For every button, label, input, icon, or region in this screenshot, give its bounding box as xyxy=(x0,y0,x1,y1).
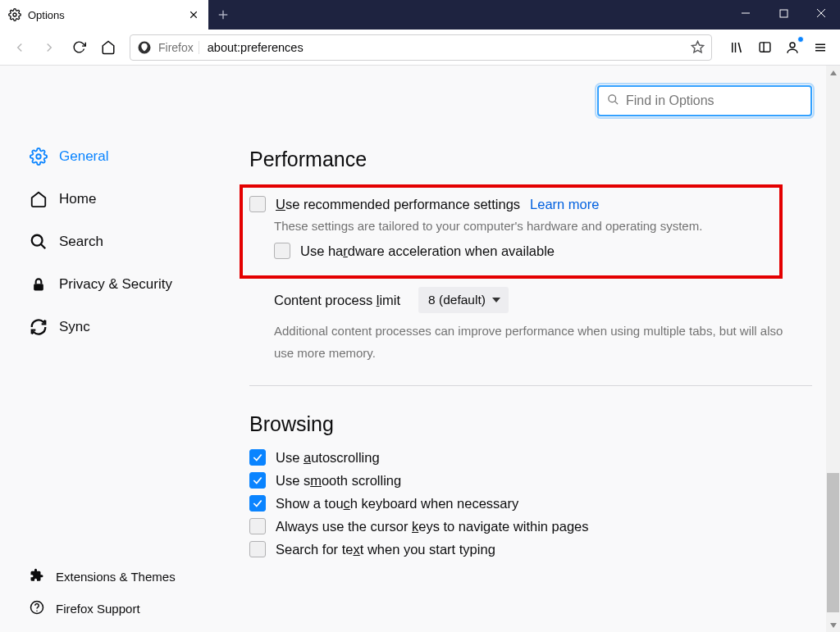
maximize-button[interactable] xyxy=(765,0,802,26)
library-button[interactable] xyxy=(724,34,750,61)
category-sidebar: General Home Search Privacy & Security S… xyxy=(0,66,213,632)
scrollbar-thumb[interactable] xyxy=(827,473,839,612)
checkbox-recommended-perf[interactable] xyxy=(249,196,266,212)
sidebar-item-label: Home xyxy=(59,191,96,207)
svg-line-12 xyxy=(738,43,741,52)
back-button[interactable] xyxy=(7,34,33,61)
checkbox-smooth-scroll[interactable] xyxy=(249,472,266,489)
search-icon xyxy=(607,93,619,109)
learn-more-link[interactable]: Learn more xyxy=(530,197,599,212)
svg-point-15 xyxy=(790,43,795,48)
footer-link-label: Firefox Support xyxy=(56,602,140,616)
sidebar-item-label: Privacy & Security xyxy=(59,276,172,293)
svg-line-26 xyxy=(614,101,618,104)
menu-button[interactable] xyxy=(807,34,833,61)
forward-button[interactable] xyxy=(36,34,62,61)
autoscrolling-label: Use autoscrollingUse autoscrolling xyxy=(276,450,380,466)
sidebar-item-label: Sync xyxy=(59,319,90,335)
svg-rect-6 xyxy=(780,10,788,17)
search-text-label: Search for text when you start typingSea… xyxy=(276,542,495,557)
window-controls xyxy=(727,0,840,26)
performance-heading: Performance xyxy=(249,148,812,171)
svg-marker-27 xyxy=(830,70,837,75)
sidebar-item-general[interactable]: General xyxy=(15,138,213,175)
recommended-perf-label: UUse recommended performance settingsse … xyxy=(276,197,520,212)
svg-marker-28 xyxy=(830,623,837,628)
url-brand-label: Firefox xyxy=(158,41,199,54)
tab-title: Options xyxy=(28,9,180,21)
section-divider xyxy=(249,385,812,386)
vertical-scrollbar[interactable] xyxy=(826,66,840,632)
home-icon xyxy=(30,190,48,208)
lock-icon xyxy=(30,275,48,293)
svg-rect-13 xyxy=(760,43,770,52)
recommended-desc: These settings are tailored to your comp… xyxy=(274,219,769,233)
touch-keyboard-label: Show a touch keyboard when necessaryShow… xyxy=(276,496,518,512)
preferences-content: General Home Search Privacy & Security S… xyxy=(0,66,840,632)
browsing-heading: Browsing xyxy=(249,412,812,436)
account-button[interactable] xyxy=(779,34,806,61)
hw-accel-label: Use hardware acceleration when available… xyxy=(300,243,555,259)
svg-point-0 xyxy=(13,13,16,16)
find-in-options[interactable] xyxy=(597,85,812,116)
svg-rect-22 xyxy=(34,284,43,290)
sidebar-button[interactable] xyxy=(751,34,778,61)
checkbox-autoscrolling[interactable] xyxy=(249,449,266,466)
sidebar-item-label: Search xyxy=(59,234,103,250)
process-limit-label: Content process limitContent process lim… xyxy=(274,293,400,308)
svg-point-19 xyxy=(36,154,41,159)
bookmark-star-icon[interactable] xyxy=(683,40,711,54)
support-link[interactable]: Firefox Support xyxy=(30,600,176,617)
gear-icon xyxy=(30,148,48,166)
browser-tab[interactable]: Options xyxy=(0,0,208,30)
gear-icon xyxy=(8,8,21,21)
sync-icon xyxy=(30,318,48,336)
sidebar-item-home[interactable]: Home xyxy=(15,180,213,218)
home-button[interactable] xyxy=(95,34,121,61)
svg-line-21 xyxy=(41,244,46,249)
checkbox-cursor-keys[interactable] xyxy=(249,518,266,534)
notification-dot-icon xyxy=(797,36,804,43)
url-bar[interactable]: Firefox about:preferences xyxy=(130,34,712,61)
titlebar: Options xyxy=(0,0,840,30)
extensions-link[interactable]: Extensions & Themes xyxy=(30,568,176,585)
svg-marker-9 xyxy=(692,41,703,52)
process-limit-select[interactable]: 8 (default) xyxy=(418,287,509,313)
scroll-down-arrow-icon[interactable] xyxy=(826,618,840,632)
puzzle-icon xyxy=(30,568,44,585)
reload-button[interactable] xyxy=(66,34,92,61)
sidebar-footer: Extensions & Themes Firefox Support xyxy=(30,568,176,617)
checkbox-hw-accel[interactable] xyxy=(274,243,290,259)
scroll-up-arrow-icon[interactable] xyxy=(826,66,840,80)
svg-point-24 xyxy=(36,610,38,612)
sidebar-item-search[interactable]: Search xyxy=(15,223,213,261)
scrollbar-track[interactable] xyxy=(826,80,840,618)
cursor-keys-label: Always use the cursor keys to navigate w… xyxy=(276,519,589,534)
minimize-button[interactable] xyxy=(727,0,765,26)
tab-close-icon[interactable] xyxy=(187,8,200,21)
main-pane: Performance UUse recommended performance… xyxy=(213,66,840,632)
close-button[interactable] xyxy=(802,0,840,26)
navigation-toolbar: Firefox about:preferences xyxy=(0,30,840,66)
checkbox-touch-keyboard[interactable] xyxy=(249,495,266,512)
process-limit-desc: Additional content processes can improve… xyxy=(274,320,799,364)
highlighted-region: UUse recommended performance settingsse … xyxy=(240,184,783,279)
firefox-shield-icon xyxy=(130,40,158,55)
question-icon xyxy=(30,600,44,617)
sidebar-item-sync[interactable]: Sync xyxy=(15,308,213,346)
new-tab-button[interactable] xyxy=(208,0,238,30)
url-text: about:preferences xyxy=(199,41,683,54)
footer-link-label: Extensions & Themes xyxy=(56,570,176,584)
smooth-scroll-label: Use smooth scrollingUse smooth scrolling xyxy=(276,473,401,489)
sidebar-item-label: General xyxy=(59,148,108,165)
svg-point-25 xyxy=(609,94,616,102)
checkbox-search-text[interactable] xyxy=(249,541,266,557)
search-icon xyxy=(30,233,48,251)
search-input[interactable] xyxy=(626,93,802,108)
svg-point-20 xyxy=(32,235,43,246)
sidebar-item-privacy[interactable]: Privacy & Security xyxy=(15,266,213,303)
